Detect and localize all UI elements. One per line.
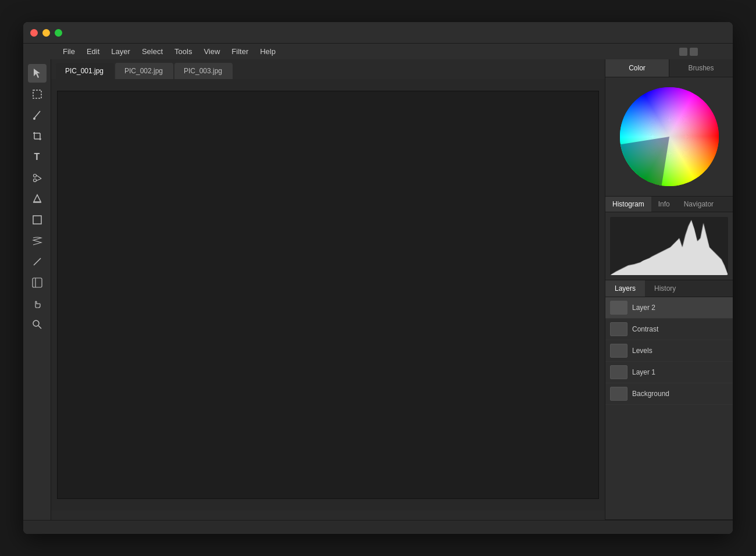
close-button[interactable]: [30, 29, 38, 37]
layer-thumb-layer1: [610, 365, 627, 379]
scissor-tool[interactable]: [28, 169, 47, 187]
layer-thumb-levels: [610, 344, 627, 358]
marquee-tool[interactable]: [28, 85, 47, 104]
line-tool[interactable]: [28, 252, 47, 271]
color-panel-section: Color Brushes .color-wheel-svg { display…: [605, 59, 733, 197]
menu-edit[interactable]: Edit: [82, 46, 104, 57]
text-tool[interactable]: T: [28, 148, 47, 166]
menu-bar: File Edit Layer Select Tools View Filter…: [23, 43, 733, 59]
svg-line-2: [34, 111, 40, 118]
status-bar: [23, 520, 733, 534]
toolbar: T: [23, 59, 51, 520]
menu-layer[interactable]: Layer: [106, 46, 135, 57]
tab-color[interactable]: Color: [605, 59, 669, 77]
smudge-tool[interactable]: [28, 231, 47, 250]
layer-item-contrast[interactable]: Contrast: [605, 319, 733, 340]
zoom-tool[interactable]: [28, 315, 47, 334]
layer-item-background[interactable]: Background: [605, 383, 733, 405]
layers-panel-section: Layers History Layer 2 Contrast Levels: [605, 280, 733, 520]
minimize-button[interactable]: [42, 29, 50, 37]
menu-view[interactable]: View: [199, 46, 224, 57]
tab-history[interactable]: History: [645, 280, 685, 297]
window-ctrl-1[interactable]: [679, 48, 687, 56]
layers-panel-tabs: Layers History: [605, 280, 733, 297]
svg-rect-1: [33, 90, 41, 98]
fill-tool[interactable]: [28, 190, 47, 208]
tab-histogram[interactable]: Histogram: [605, 197, 651, 212]
hand-tool[interactable]: [28, 294, 47, 313]
layer-name-levels: Levels: [632, 347, 652, 355]
svg-line-15: [34, 258, 41, 265]
menu-tools[interactable]: Tools: [170, 46, 197, 57]
tab-pic003[interactable]: PIC_003.jpg: [174, 63, 233, 79]
app-window: File Edit Layer Select Tools View Filter…: [23, 22, 733, 534]
crop-tool[interactable]: [28, 127, 47, 145]
tab-pic002[interactable]: PIC_002.jpg: [115, 63, 173, 79]
svg-marker-0: [34, 69, 40, 78]
svg-rect-14: [33, 216, 41, 224]
tab-navigator[interactable]: Navigator: [677, 197, 721, 212]
color-wheel[interactable]: [617, 84, 722, 189]
document-tabs: PIC_001.jpg PIC_002.jpg PIC_003.jpg: [51, 59, 605, 79]
histogram-graph: const hc = document.getElementById('hist…: [610, 217, 728, 275]
tab-layers[interactable]: Layers: [605, 280, 645, 297]
layer-name-background: Background: [632, 390, 669, 398]
svg-marker-12: [34, 195, 41, 202]
layer-name-layer2: Layer 2: [632, 304, 655, 312]
tab-info[interactable]: Info: [651, 197, 677, 212]
layer-item-layer2[interactable]: Layer 2: [605, 297, 733, 319]
window-ctrl-2[interactable]: [690, 48, 698, 56]
histogram-panel-tabs: Histogram Info Navigator: [605, 197, 733, 212]
title-bar: [23, 22, 733, 43]
center-area: PIC_001.jpg PIC_002.jpg PIC_003.jpg: [51, 59, 605, 520]
canvas: [57, 91, 599, 499]
layer-thumb-background: [610, 387, 627, 401]
svg-rect-16: [33, 278, 42, 287]
svg-line-10: [36, 175, 41, 179]
svg-point-3: [33, 117, 35, 120]
select-tool[interactable]: [28, 64, 47, 83]
svg-point-18: [33, 320, 39, 326]
tab-brushes[interactable]: Brushes: [669, 59, 733, 77]
layer-name-contrast: Contrast: [632, 325, 658, 333]
histogram-panel-section: Histogram Info Navigator const hc = docu…: [605, 197, 733, 280]
layer-name-layer1: Layer 1: [632, 368, 655, 376]
main-area: T: [23, 59, 733, 520]
canvas-area[interactable]: [51, 79, 605, 511]
layer-item-layer1[interactable]: Layer 1: [605, 362, 733, 383]
horizontal-scrollbar[interactable]: [51, 511, 605, 520]
layer-item-levels[interactable]: Levels: [605, 340, 733, 362]
svg-point-9: [33, 179, 36, 182]
svg-point-8: [33, 174, 36, 177]
menu-select[interactable]: Select: [137, 46, 167, 57]
layer-thumb-layer2: [610, 301, 627, 315]
maximize-button[interactable]: [55, 29, 62, 37]
svg-line-19: [38, 326, 41, 329]
color-panel-tabs: Color Brushes: [605, 59, 733, 77]
color-wheel-container: [605, 77, 733, 196]
right-panel: Color Brushes .color-wheel-svg { display…: [605, 59, 733, 520]
brush-tool[interactable]: [28, 106, 47, 124]
layer-thumb-contrast: [610, 322, 627, 336]
menu-help[interactable]: Help: [255, 46, 280, 57]
adjust-tool[interactable]: [28, 273, 47, 292]
svg-line-11: [36, 179, 41, 181]
menu-file[interactable]: File: [58, 46, 80, 57]
shape-tool[interactable]: [28, 211, 47, 229]
tab-pic001[interactable]: PIC_001.jpg: [56, 63, 114, 79]
menu-filter[interactable]: Filter: [227, 46, 253, 57]
